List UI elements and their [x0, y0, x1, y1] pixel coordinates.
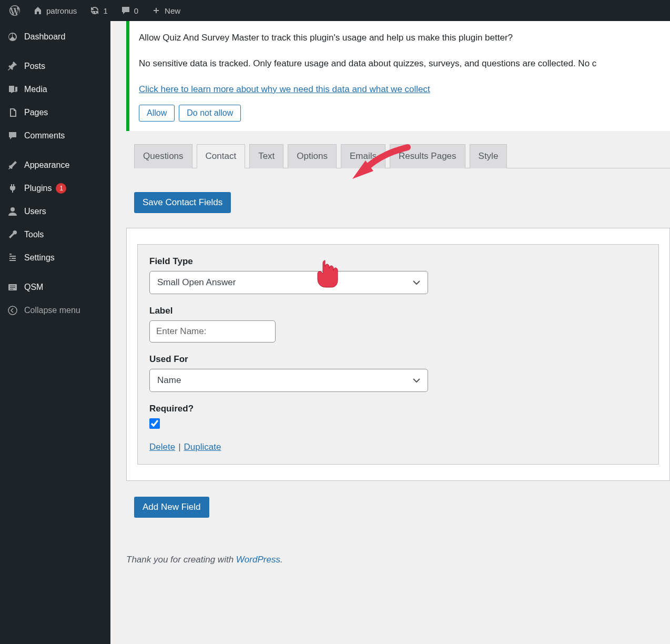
updates-link[interactable]: 1 [84, 0, 113, 21]
footer-text: Thank you for creating with [126, 555, 236, 565]
user-icon [6, 205, 19, 218]
plugin-badge: 1 [56, 183, 66, 194]
content-box: Field Type Small Open Answer Label Used … [126, 228, 670, 481]
comments-link[interactable]: 0 [115, 0, 144, 21]
tab-options[interactable]: Options [288, 144, 337, 168]
tracking-notice: Allow Quiz And Survey Master to track th… [126, 21, 670, 131]
required-checkbox[interactable] [149, 418, 160, 429]
delete-link[interactable]: Delete [149, 442, 175, 452]
sidebar-item-settings[interactable]: Settings [0, 246, 110, 269]
sidebar-label: Dashboard [24, 32, 65, 42]
plug-icon [6, 182, 19, 195]
admin-top-bar: patronus 1 0 New [0, 0, 670, 21]
sidebar-item-plugins[interactable]: Plugins 1 [0, 177, 110, 200]
field-type-label: Field Type [149, 256, 647, 267]
sidebar-item-appearance[interactable]: Appearance [0, 154, 110, 177]
sidebar-label: Tools [24, 230, 44, 239]
tab-results-pages[interactable]: Results Pages [390, 144, 465, 168]
pin-icon [6, 60, 19, 73]
svg-point-3 [8, 306, 17, 315]
home-icon [33, 5, 43, 16]
updates-count: 1 [103, 6, 107, 15]
tab-text[interactable]: Text [249, 144, 283, 168]
wordpress-logo[interactable] [4, 0, 25, 21]
main-content: Allow Quiz And Survey Master to track th… [110, 21, 670, 644]
sidebar-label: Comments [24, 131, 65, 140]
sidebar-label: Users [24, 207, 46, 216]
tab-contact[interactable]: Contact [197, 144, 246, 168]
sidebar-label: Plugins [24, 184, 52, 193]
tab-questions[interactable]: Questions [134, 144, 192, 168]
field-editor: Field Type Small Open Answer Label Used … [137, 244, 659, 465]
sidebar-label: Collapse menu [24, 306, 80, 315]
plus-icon [151, 5, 161, 16]
save-contact-fields-button[interactable]: Save Contact Fields [134, 192, 231, 213]
allow-button[interactable]: Allow [139, 105, 175, 122]
sidebar-item-dashboard[interactable]: Dashboard [0, 25, 110, 48]
required-label: Required? [149, 404, 647, 414]
sidebar: Dashboard Posts Media Pages Comments App… [0, 21, 110, 644]
notice-line1: Allow Quiz And Survey Master to track th… [139, 31, 670, 46]
dashboard-icon [6, 31, 19, 43]
site-name: patronus [46, 6, 77, 15]
sidebar-label: QSM [24, 283, 43, 292]
sidebar-label: Settings [24, 253, 55, 263]
used-for-label: Used For [149, 354, 647, 365]
sidebar-label: Appearance [24, 160, 69, 170]
sidebar-label: Pages [24, 108, 48, 117]
field-type-select[interactable]: Small Open Answer [149, 271, 428, 294]
wordpress-icon [9, 5, 20, 16]
site-link[interactable]: patronus [27, 0, 82, 21]
sidebar-item-users[interactable]: Users [0, 200, 110, 223]
comment-icon [120, 5, 131, 16]
new-link[interactable]: New [146, 0, 186, 21]
collapse-icon [6, 304, 19, 317]
used-for-select[interactable]: Name [149, 369, 428, 392]
comment-icon [6, 129, 19, 142]
media-icon [6, 83, 19, 96]
sidebar-collapse[interactable]: Collapse menu [0, 299, 110, 322]
refresh-icon [89, 5, 100, 16]
wrench-icon [6, 228, 19, 241]
sidebar-item-qsm[interactable]: QSM [0, 276, 110, 299]
svg-point-0 [13, 87, 14, 88]
footer-wordpress-link[interactable]: WordPress [236, 555, 280, 565]
do-not-allow-button[interactable]: Do not allow [179, 105, 241, 122]
footer: Thank you for creating with WordPress. [126, 555, 670, 565]
label-label: Label [149, 306, 647, 316]
label-input[interactable] [149, 320, 276, 343]
sidebar-item-media[interactable]: Media [0, 78, 110, 101]
comments-count: 0 [134, 6, 138, 15]
tab-style[interactable]: Style [470, 144, 507, 168]
sidebar-item-posts[interactable]: Posts [0, 55, 110, 78]
notice-line2: No sensitive data is tracked. Only featu… [139, 56, 670, 72]
sidebar-item-pages[interactable]: Pages [0, 101, 110, 124]
brush-icon [6, 159, 19, 172]
svg-point-1 [11, 207, 15, 212]
settings-icon [6, 251, 19, 264]
sidebar-label: Media [24, 85, 47, 94]
sidebar-item-tools[interactable]: Tools [0, 223, 110, 246]
action-separator: | [178, 442, 180, 452]
add-new-field-button[interactable]: Add New Field [134, 497, 209, 518]
pages-icon [6, 106, 19, 119]
notice-learn-more-link[interactable]: Click here to learn more about why we ne… [139, 84, 430, 94]
tab-emails[interactable]: Emails [341, 144, 385, 168]
duplicate-link[interactable]: Duplicate [184, 442, 221, 452]
tabs: Questions Contact Text Options Emails Re… [134, 144, 670, 168]
field-actions: Delete|Duplicate [149, 442, 647, 452]
sidebar-item-comments[interactable]: Comments [0, 124, 110, 147]
new-label: New [165, 6, 180, 15]
sidebar-label: Posts [24, 62, 45, 71]
qsm-icon [6, 281, 19, 294]
